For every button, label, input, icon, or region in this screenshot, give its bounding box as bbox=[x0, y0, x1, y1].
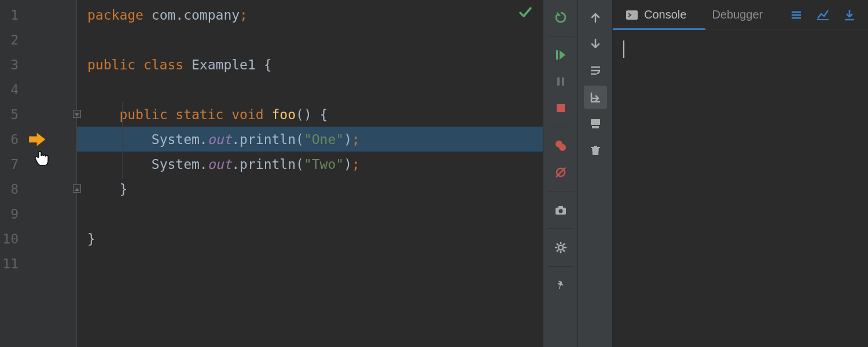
gutter-line-10[interactable]: 10 bbox=[0, 226, 76, 251]
chart-icon[interactable] bbox=[816, 8, 830, 22]
gutter-line-11[interactable]: 11 bbox=[0, 251, 76, 276]
step-over-up-button[interactable] bbox=[584, 6, 607, 29]
download-icon[interactable] bbox=[843, 8, 856, 22]
console-output[interactable] bbox=[613, 30, 868, 347]
code-line-7[interactable]: System.out.println("Two"); bbox=[77, 152, 543, 176]
code-line-4[interactable] bbox=[77, 77, 543, 102]
code-line-2[interactable] bbox=[77, 27, 543, 52]
code-line-8[interactable]: } bbox=[77, 176, 543, 201]
tab-debugger[interactable]: Debugger bbox=[699, 0, 775, 29]
code-area[interactable]: package com.company;public class Example… bbox=[77, 0, 543, 347]
trash-button[interactable] bbox=[584, 139, 607, 162]
step-out-button[interactable] bbox=[584, 59, 607, 82]
stop-button[interactable] bbox=[549, 97, 572, 120]
line-number: 11 bbox=[2, 256, 19, 271]
svg-point-5 bbox=[559, 144, 566, 151]
gutter-line-1[interactable]: 1 bbox=[0, 2, 76, 27]
code-line-9[interactable] bbox=[77, 201, 543, 226]
debug-toolbar-step bbox=[578, 0, 612, 347]
line-number: 3 bbox=[2, 57, 19, 72]
svg-rect-24 bbox=[591, 147, 600, 148]
editor-gutter[interactable]: 1234567891011 bbox=[0, 0, 77, 347]
code-line-10[interactable]: } bbox=[77, 226, 543, 251]
step-over-down-button[interactable] bbox=[584, 32, 607, 56]
line-number: 9 bbox=[2, 206, 19, 222]
svg-line-16 bbox=[557, 243, 558, 245]
gutter-line-2[interactable]: 2 bbox=[0, 27, 76, 52]
svg-rect-3 bbox=[557, 104, 565, 112]
svg-rect-2 bbox=[562, 77, 564, 86]
mute-button[interactable] bbox=[549, 161, 572, 184]
svg-line-18 bbox=[557, 250, 558, 252]
debug-toolbar-run bbox=[543, 0, 578, 347]
line-number: 1 bbox=[2, 8, 19, 23]
gutter-line-6[interactable]: 6 bbox=[0, 127, 76, 152]
svg-rect-1 bbox=[557, 77, 560, 86]
svg-line-17 bbox=[563, 250, 565, 252]
svg-rect-25 bbox=[626, 10, 638, 20]
mouse-cursor-icon bbox=[35, 149, 50, 167]
code-line-3[interactable]: public class Example1 { bbox=[77, 52, 543, 77]
filter-icon[interactable] bbox=[789, 8, 803, 22]
resume-button[interactable] bbox=[549, 43, 572, 67]
frames-print-button[interactable] bbox=[584, 112, 607, 135]
debug-panel: ConsoleDebugger bbox=[612, 0, 868, 347]
tab-label: Console bbox=[644, 8, 686, 21]
gutter-line-8[interactable]: 8 bbox=[0, 176, 76, 201]
pause-button[interactable] bbox=[549, 70, 572, 93]
code-line-6[interactable]: System.out.println("One"); bbox=[77, 127, 543, 152]
svg-rect-22 bbox=[592, 126, 599, 128]
line-number: 4 bbox=[2, 82, 19, 97]
code-line-1[interactable]: package com.company; bbox=[77, 2, 543, 27]
tab-label: Debugger bbox=[712, 8, 763, 21]
gutter-line-5[interactable]: 5 bbox=[0, 102, 76, 127]
camera-button[interactable] bbox=[549, 198, 572, 222]
svg-rect-0 bbox=[556, 50, 558, 60]
line-number: 6 bbox=[2, 132, 19, 147]
gutter-line-4[interactable]: 4 bbox=[0, 77, 76, 102]
pin-button[interactable] bbox=[549, 274, 572, 297]
inspection-ok-icon[interactable] bbox=[518, 6, 532, 20]
rerun-button[interactable] bbox=[549, 6, 572, 29]
line-number: 5 bbox=[2, 107, 19, 122]
console-icon bbox=[626, 9, 638, 21]
line-number: 10 bbox=[2, 231, 19, 246]
svg-rect-9 bbox=[558, 206, 563, 208]
line-number: 7 bbox=[2, 157, 19, 172]
debug-tabs: ConsoleDebugger bbox=[613, 0, 868, 30]
svg-point-10 bbox=[558, 209, 562, 213]
code-line-11[interactable] bbox=[77, 251, 543, 276]
force-step-button[interactable] bbox=[584, 86, 607, 109]
text-caret bbox=[623, 40, 624, 58]
svg-rect-21 bbox=[591, 119, 600, 125]
svg-line-19 bbox=[563, 243, 565, 245]
line-number: 2 bbox=[2, 32, 19, 47]
code-editor[interactable]: 1234567891011 package com.company;public… bbox=[0, 0, 543, 347]
line-number: 8 bbox=[2, 182, 19, 197]
execution-pointer-icon bbox=[29, 133, 45, 146]
gutter-line-9[interactable]: 9 bbox=[0, 201, 76, 226]
breakpoints-button[interactable] bbox=[549, 134, 572, 157]
svg-point-11 bbox=[558, 245, 563, 250]
tab-console[interactable]: Console bbox=[613, 0, 699, 29]
gutter-line-3[interactable]: 3 bbox=[0, 52, 76, 77]
code-line-5[interactable]: public static void foo() { bbox=[77, 102, 543, 127]
settings-button[interactable] bbox=[549, 236, 572, 259]
